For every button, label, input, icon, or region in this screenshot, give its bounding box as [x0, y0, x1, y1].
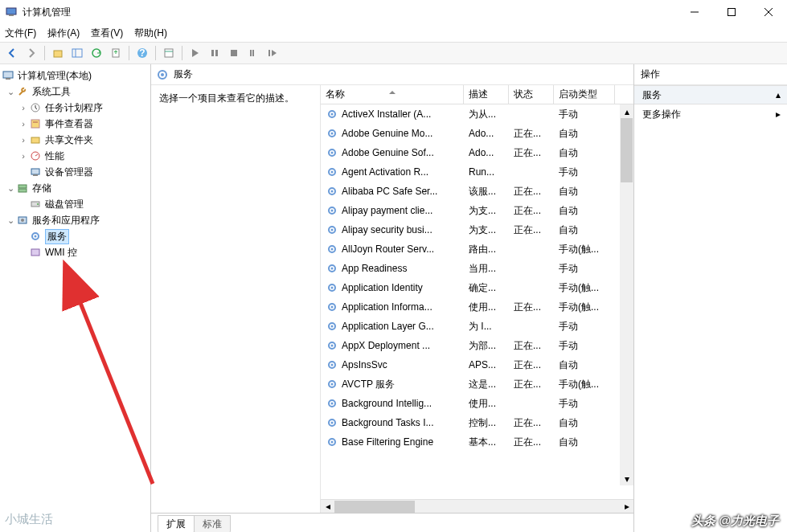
- svg-rect-38: [31, 249, 39, 256]
- collapse-icon[interactable]: ⌄: [5, 215, 16, 226]
- service-startup: 手动: [554, 339, 615, 353]
- scroll-right-icon[interactable]: ▸: [620, 500, 633, 514]
- service-row[interactable]: Application Informa...使用...正在...手动(触...: [321, 297, 633, 317]
- tree-device-manager[interactable]: 设备管理器: [2, 164, 149, 180]
- tree-system-tools[interactable]: ⌄ 系统工具: [2, 84, 149, 100]
- horizontal-scrollbar[interactable]: ◂ ▸: [321, 499, 633, 513]
- forward-button[interactable]: [23, 44, 40, 62]
- service-desc: 为从...: [464, 108, 509, 121]
- service-row[interactable]: AllJoyn Router Serv...路由...手动(触...: [321, 239, 633, 259]
- tree-shared-folders[interactable]: › 共享文件夹: [2, 132, 149, 148]
- menu-file[interactable]: 文件(F): [5, 27, 36, 40]
- gear-icon: [326, 127, 338, 140]
- restart-pause-button[interactable]: [244, 44, 262, 62]
- service-row[interactable]: Base Filtering Engine基本...正在...自动: [321, 432, 633, 452]
- actions-section[interactable]: 服务 ▴: [634, 85, 787, 104]
- service-row[interactable]: Alibaba PC Safe Ser...该服...正在...自动: [321, 182, 633, 201]
- svg-point-40: [161, 73, 164, 76]
- tree-wmi[interactable]: WMI 控: [2, 244, 149, 260]
- gear-icon: [326, 436, 338, 448]
- service-desc: 使用...: [464, 397, 509, 411]
- service-row[interactable]: Adobe Genuine Mo...Ado...正在...自动: [321, 124, 633, 143]
- scroll-thumb[interactable]: [334, 501, 415, 513]
- scroll-up-icon[interactable]: ▴: [620, 104, 633, 118]
- play-button[interactable]: [187, 44, 204, 62]
- up-button[interactable]: [49, 44, 67, 62]
- stop-button[interactable]: [225, 44, 243, 62]
- menu-action[interactable]: 操作(A): [47, 27, 80, 40]
- tree-services[interactable]: 服务: [2, 228, 149, 244]
- col-name[interactable]: 名称: [321, 85, 464, 104]
- tab-extended[interactable]: 扩展: [158, 515, 195, 532]
- svg-rect-28: [31, 169, 39, 174]
- expand-icon[interactable]: ›: [18, 119, 29, 129]
- service-name: Adobe Genuine Sof...: [342, 147, 434, 158]
- svg-rect-13: [165, 49, 173, 57]
- service-row[interactable]: Background Intellig...使用...手动: [321, 394, 633, 413]
- service-desc: 该服...: [464, 185, 509, 198]
- expand-icon[interactable]: ›: [18, 151, 29, 161]
- svg-point-60: [331, 287, 334, 289]
- col-startup[interactable]: 启动类型: [554, 85, 615, 104]
- svg-point-58: [331, 268, 334, 270]
- properties-button[interactable]: [160, 44, 178, 62]
- minimize-button[interactable]: [676, 0, 713, 24]
- service-row[interactable]: App Readiness当用...手动: [321, 259, 633, 278]
- tree-services-apps[interactable]: ⌄ 服务和应用程序: [2, 212, 149, 228]
- svg-rect-0: [6, 8, 16, 14]
- help-button[interactable]: ?: [133, 44, 151, 62]
- scroll-thumb[interactable]: [621, 118, 633, 182]
- export-button[interactable]: [107, 44, 125, 62]
- service-name: AllJoyn Router Serv...: [342, 243, 434, 255]
- service-row[interactable]: Alipay payment clie...为支...正在...自动: [321, 201, 633, 220]
- service-row[interactable]: Alipay security busi...为支...正在...自动: [321, 220, 633, 239]
- scroll-left-icon[interactable]: ◂: [321, 500, 334, 514]
- window-title: 计算机管理: [23, 6, 676, 19]
- tree-performance[interactable]: › 性能: [2, 148, 149, 164]
- svg-rect-1: [9, 14, 14, 16]
- expand-icon[interactable]: ›: [18, 135, 29, 145]
- service-row[interactable]: Adobe Genuine Sof...Ado...正在...自动: [321, 143, 633, 162]
- scroll-down-icon[interactable]: ▾: [620, 472, 633, 485]
- computer-icon: [2, 69, 14, 82]
- actions-pane: 操作 服务 ▴ 更多操作 ▸: [634, 64, 787, 532]
- vertical-scrollbar[interactable]: ▴ ▾: [620, 104, 633, 485]
- tree-task-scheduler[interactable]: › 任务计划程序: [2, 100, 149, 116]
- pause-button[interactable]: [206, 44, 223, 62]
- tree-root[interactable]: 计算机管理(本地): [2, 68, 149, 84]
- refresh-button[interactable]: [88, 44, 105, 62]
- maximize-button[interactable]: [713, 0, 750, 24]
- actions-more[interactable]: 更多操作 ▸: [634, 104, 787, 124]
- tree-disk-management[interactable]: 磁盘管理: [2, 196, 149, 212]
- menu-view[interactable]: 查看(V): [91, 27, 123, 40]
- col-status[interactable]: 状态: [509, 85, 554, 104]
- collapse-icon[interactable]: ⌄: [5, 183, 16, 194]
- service-row[interactable]: AppX Deployment ...为部...正在...手动: [321, 336, 633, 355]
- gear-icon: [326, 108, 338, 121]
- collapse-icon[interactable]: ▴: [776, 89, 781, 100]
- service-row[interactable]: Application Identity确定...手动(触...: [321, 278, 633, 297]
- tree-storage[interactable]: ⌄ 存储: [2, 180, 149, 196]
- service-row[interactable]: Application Layer G...为 I...手动: [321, 317, 633, 336]
- service-row[interactable]: Background Tasks I...控制...正在...自动: [321, 413, 633, 432]
- collapse-icon[interactable]: ⌄: [5, 87, 16, 97]
- tab-standard[interactable]: 标准: [194, 515, 231, 532]
- close-button[interactable]: [750, 0, 787, 24]
- col-description[interactable]: 描述: [464, 85, 509, 104]
- tree-event-viewer[interactable]: › 事件查看器: [2, 116, 149, 132]
- restart-button[interactable]: [264, 44, 281, 62]
- service-row[interactable]: Agent Activation R...Run...手动: [321, 162, 633, 182]
- back-button[interactable]: [3, 44, 21, 62]
- service-name: Application Identity: [342, 282, 423, 293]
- service-name: Application Informa...: [342, 301, 432, 313]
- service-row[interactable]: ActiveX Installer (A...为从...手动: [321, 104, 633, 124]
- service-row[interactable]: AVCTP 服务这是...正在...手动(触...: [321, 374, 633, 394]
- gear-icon: [326, 185, 338, 198]
- menu-help[interactable]: 帮助(H): [134, 27, 167, 40]
- expand-icon[interactable]: ›: [18, 103, 29, 113]
- service-status: 正在...: [509, 223, 554, 237]
- service-row[interactable]: ApsInsSvcAPS...正在...自动: [321, 355, 633, 374]
- svg-point-74: [331, 422, 334, 424]
- show-hide-button[interactable]: [68, 44, 86, 62]
- perf-icon: [29, 149, 42, 162]
